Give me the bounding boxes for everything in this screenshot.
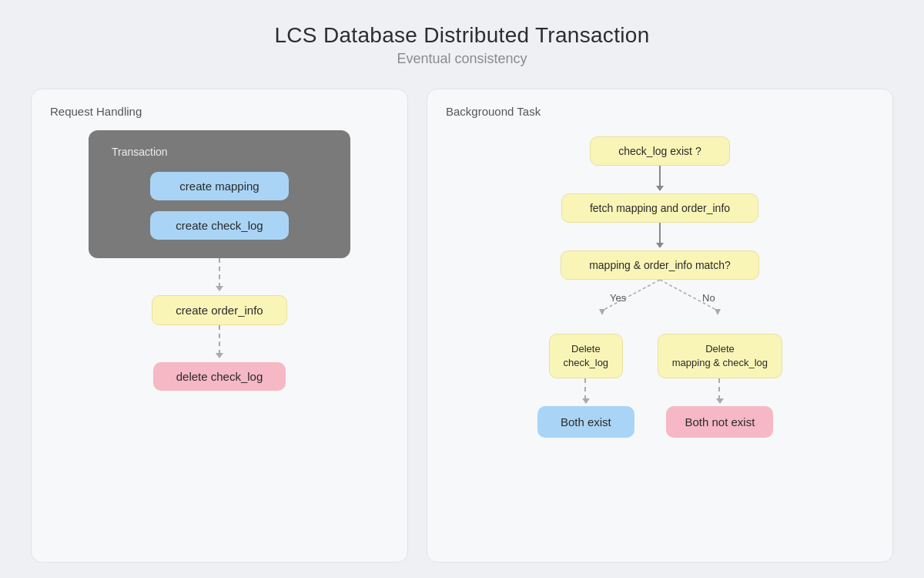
page: LCS Database Distributed Transaction Eve…: [0, 0, 924, 578]
arrow-r3: [582, 378, 590, 406]
page-title: LCS Database Distributed Transaction: [274, 23, 649, 48]
right-branch-col: Delete mapping & check_log Both not exis…: [658, 334, 782, 438]
left-flow: Transaction create mapping create check_…: [50, 130, 389, 391]
node-check-log-exist: check_log exist ?: [590, 136, 729, 166]
left-branch-col: Delete check_log Both exist: [537, 334, 634, 438]
node-create-mapping: create mapping: [150, 172, 289, 200]
left-panel-title: Request Handling: [50, 105, 389, 118]
right-panel: Backgrouond Task check_log exist ? fetch…: [427, 89, 893, 563]
node-fetch-mapping: fetch mapping and order_info: [561, 193, 758, 223]
node-delete-check-log: Delete check_log: [549, 334, 624, 378]
node-create-order-info: create order_info: [152, 295, 286, 325]
node-delete-check-log: delete check_log: [153, 362, 286, 391]
svg-marker-3: [715, 309, 721, 315]
svg-text:No: No: [702, 292, 715, 304]
arrow-1: [216, 258, 223, 295]
svg-text:Yes: Yes: [610, 292, 627, 304]
transaction-label: Transaction: [112, 146, 168, 158]
node-both-exist: Both exist: [537, 406, 634, 438]
left-panel: Request Handling Transaction create mapp…: [31, 89, 408, 563]
transaction-box: Transaction create mapping create check_…: [89, 130, 350, 258]
arrow-2: [216, 325, 223, 362]
svg-marker-1: [599, 309, 605, 315]
arrow-r4: [716, 378, 724, 406]
node-match-question: mapping & order_info match?: [561, 250, 759, 280]
header: LCS Database Distributed Transaction Eve…: [274, 23, 649, 67]
node-delete-mapping-check-log: Delete mapping & check_log: [658, 334, 782, 378]
branch-arrows-svg: Yes No: [544, 280, 775, 334]
right-flow: check_log exist ? fetch mapping and orde…: [446, 130, 874, 438]
bottom-nodes: Delete check_log Both exist Delete mappi…: [537, 334, 782, 438]
right-panel-title: Backgrouond Task: [446, 105, 874, 118]
page-subtitle: Eventual consistency: [274, 51, 649, 67]
arrow-r1: [656, 166, 664, 193]
arrow-r2: [656, 223, 664, 250]
node-create-check-log: create check_log: [150, 211, 289, 240]
node-both-not-exist: Both not exist: [666, 406, 773, 438]
panels: Request Handling Transaction create mapp…: [31, 89, 893, 563]
